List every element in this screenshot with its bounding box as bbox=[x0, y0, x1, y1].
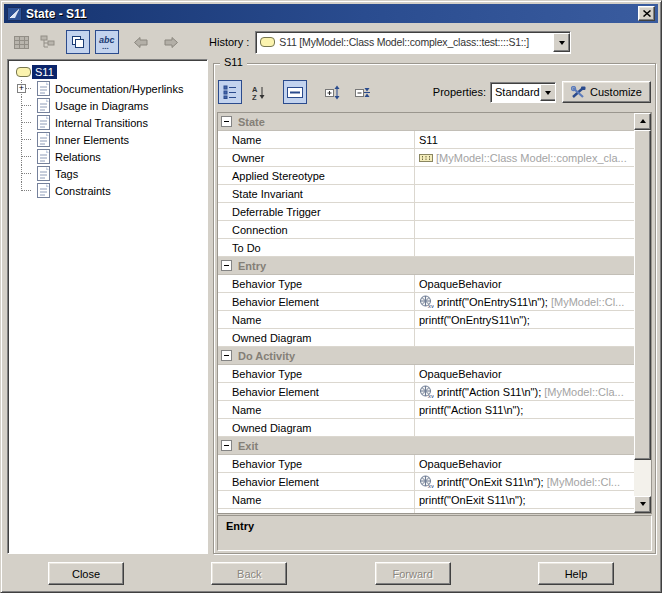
sort-alphabetically-icon[interactable]: AZ bbox=[247, 80, 271, 104]
collapse-icon[interactable] bbox=[221, 116, 232, 127]
section-title: Do Activity bbox=[238, 350, 295, 362]
triangle-down-icon bbox=[640, 502, 646, 509]
help-button[interactable]: Help bbox=[538, 562, 614, 585]
properties-select[interactable]: Standard bbox=[490, 82, 556, 103]
property-name: Owned Diagram bbox=[218, 509, 415, 513]
app-icon bbox=[7, 7, 22, 21]
value-text: printf("OnEntryS11\n"); bbox=[419, 314, 530, 326]
tree-item-label: Tags bbox=[52, 167, 81, 181]
properties-dropdown-arrow[interactable] bbox=[540, 84, 556, 101]
document-icon bbox=[34, 149, 52, 164]
property-value[interactable] bbox=[415, 221, 634, 238]
table-row: Owned Diagram bbox=[218, 419, 634, 437]
grid-view-icon[interactable] bbox=[9, 30, 33, 54]
property-value[interactable] bbox=[415, 419, 634, 436]
close-button[interactable] bbox=[638, 6, 655, 21]
property-name: Name bbox=[218, 491, 415, 508]
property-value[interactable]: S11 bbox=[415, 131, 634, 148]
tree-item-tags[interactable]: Tags bbox=[10, 165, 207, 182]
scroll-up-button[interactable] bbox=[634, 113, 651, 130]
value-text: printf("OnExit S11\n"); bbox=[419, 494, 526, 506]
state-icon bbox=[260, 37, 275, 47]
collapse-all-icon[interactable] bbox=[351, 80, 375, 104]
property-value[interactable] bbox=[415, 185, 634, 202]
property-value[interactable]: OpaqueBehavior bbox=[415, 455, 634, 472]
property-value[interactable]: xyprintf("Action S11\n");[MyModel::Cla..… bbox=[415, 383, 634, 400]
tree-item-documentation-hyperlinks[interactable]: +Documentation/Hyperlinks bbox=[10, 80, 207, 97]
scrollbar-track[interactable] bbox=[634, 460, 651, 496]
value-path-text: [MyModel::Cl... bbox=[547, 476, 620, 488]
expand-icon[interactable]: + bbox=[17, 84, 26, 93]
documentation-mode-icon[interactable]: abc... bbox=[95, 30, 119, 54]
dialog-button-row: CloseBackForwardHelp bbox=[48, 562, 614, 585]
properties-groupbox: S11 AZ Properties: St bbox=[213, 63, 656, 554]
property-value[interactable] bbox=[415, 167, 634, 184]
history-combobox[interactable]: S11 [MyModel::Class Model::complex_class… bbox=[255, 31, 571, 54]
tree-root-item[interactable]: S11 bbox=[10, 63, 207, 80]
back-button[interactable]: Back bbox=[211, 562, 287, 585]
document-icon bbox=[34, 166, 52, 181]
history-label: History : bbox=[209, 36, 249, 48]
section-header[interactable]: Exit bbox=[218, 437, 634, 455]
section-header[interactable]: State bbox=[218, 113, 634, 131]
property-value[interactable]: OpaqueBehavior bbox=[415, 275, 634, 292]
property-name: Name bbox=[218, 401, 415, 418]
customize-button[interactable]: Customize bbox=[562, 81, 651, 103]
property-value[interactable]: xyprintf("OnExit S11\n");[MyModel::Cl... bbox=[415, 473, 634, 490]
table-row: Behavior TypeOpaqueBehavior bbox=[218, 365, 634, 383]
table-row: Owned Diagram bbox=[218, 509, 634, 513]
tree-item-label: Usage in Diagrams bbox=[52, 99, 152, 113]
forward-button[interactable]: Forward bbox=[375, 562, 451, 585]
tree-panel: S11+Documentation/HyperlinksUsage in Dia… bbox=[7, 59, 208, 554]
property-value[interactable] bbox=[415, 329, 634, 346]
tree-item-constraints[interactable]: Constraints bbox=[10, 182, 207, 199]
property-name: Owner bbox=[218, 149, 415, 166]
tree-item-usage-in-diagrams[interactable]: Usage in Diagrams bbox=[10, 97, 207, 114]
close-button[interactable]: Close bbox=[48, 562, 124, 585]
vertical-scrollbar[interactable] bbox=[634, 113, 651, 513]
scrollbar-thumb[interactable] bbox=[634, 130, 651, 460]
section-title: State bbox=[238, 116, 265, 128]
property-value[interactable] bbox=[415, 509, 634, 513]
tree-view-icon[interactable] bbox=[35, 30, 59, 54]
back-icon[interactable] bbox=[129, 30, 153, 54]
tree-item-label: Constraints bbox=[52, 184, 114, 198]
property-name: Owned Diagram bbox=[218, 419, 415, 436]
scroll-down-button[interactable] bbox=[634, 496, 651, 513]
collapse-icon[interactable] bbox=[221, 350, 232, 361]
document-icon bbox=[34, 132, 52, 147]
tree-item-relations[interactable]: Relations bbox=[10, 148, 207, 165]
property-value[interactable]: [MyModel::Class Model::complex_cla... bbox=[415, 149, 634, 166]
section-header[interactable]: Do Activity bbox=[218, 347, 634, 365]
property-value[interactable]: printf("Action S11\n"); bbox=[415, 401, 634, 418]
property-value[interactable]: OpaqueBehavior bbox=[415, 365, 634, 382]
property-name: Owned Diagram bbox=[218, 329, 415, 346]
section-header[interactable]: Entry bbox=[218, 257, 634, 275]
standard-mode-icon[interactable] bbox=[66, 30, 90, 54]
tree-root-label: S11 bbox=[32, 65, 57, 79]
collapse-icon[interactable] bbox=[221, 440, 232, 451]
property-name: State Invariant bbox=[218, 185, 415, 202]
section-title: Exit bbox=[238, 440, 258, 452]
document-icon bbox=[34, 183, 52, 198]
property-name: Behavior Type bbox=[218, 365, 415, 382]
table-row: Behavior TypeOpaqueBehavior bbox=[218, 455, 634, 473]
property-value[interactable] bbox=[415, 239, 634, 256]
tree-connector bbox=[14, 148, 34, 165]
categorized-view-icon[interactable] bbox=[218, 80, 242, 104]
property-name: Connection bbox=[218, 221, 415, 238]
collapse-icon[interactable] bbox=[221, 260, 232, 271]
expand-all-icon[interactable] bbox=[321, 80, 345, 104]
property-value[interactable] bbox=[415, 203, 634, 220]
tree-item-inner-elements[interactable]: Inner Elements bbox=[10, 131, 207, 148]
forward-icon[interactable] bbox=[159, 30, 183, 54]
tree-item-internal-transitions[interactable]: Internal Transitions bbox=[10, 114, 207, 131]
tree-item-label: Internal Transitions bbox=[52, 116, 151, 130]
history-dropdown-arrow[interactable] bbox=[553, 33, 570, 52]
property-value[interactable]: printf("OnEntryS11\n"); bbox=[415, 311, 634, 328]
svg-text:xy: xy bbox=[427, 303, 434, 308]
property-value[interactable]: printf("OnExit S11\n"); bbox=[415, 491, 634, 508]
window-title: State - S11 bbox=[26, 7, 638, 21]
property-value[interactable]: xyprintf("OnEntryS11\n");[MyModel::Cl... bbox=[415, 293, 634, 310]
show-description-icon[interactable] bbox=[283, 80, 307, 104]
